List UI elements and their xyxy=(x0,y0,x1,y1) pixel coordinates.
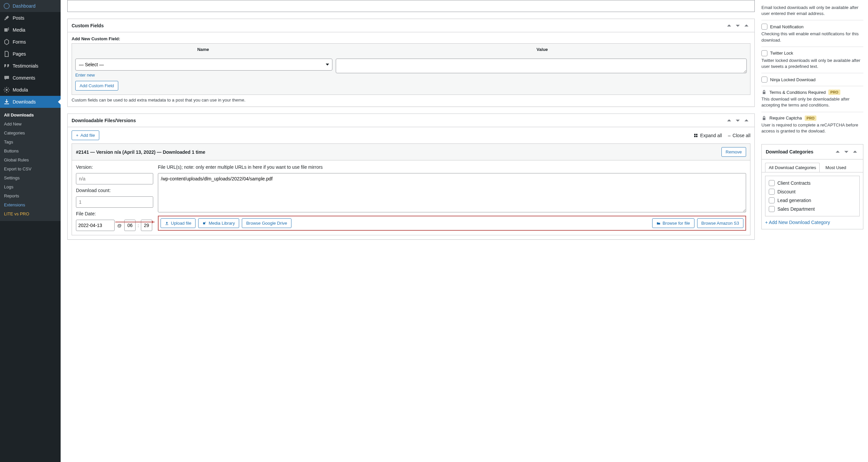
submenu-lite-vs-pro[interactable]: LITE vs PRO xyxy=(0,209,61,218)
close-all-link[interactable]: – Close all xyxy=(728,133,751,138)
terms-label: Terms & Conditions Required xyxy=(769,90,826,95)
sidebar-item-media[interactable]: Media xyxy=(0,24,61,36)
sidebar-item-pages[interactable]: Pages xyxy=(0,48,61,60)
submenu-all-downloads[interactable]: All Downloads xyxy=(0,110,61,120)
sidebar-label: Forms xyxy=(13,39,26,44)
upload-file-button[interactable]: Upload file xyxy=(160,218,195,228)
email-notification-checkbox[interactable] xyxy=(762,24,767,30)
email-notification-label: Email Notification xyxy=(770,24,803,29)
media-library-button[interactable]: Media Library xyxy=(198,218,239,228)
add-custom-field-button[interactable]: Add Custom Field xyxy=(75,81,118,91)
empty-field[interactable] xyxy=(67,0,755,12)
time-colon: : xyxy=(137,223,139,228)
pro-badge: PRO xyxy=(805,116,817,121)
custom-field-name-select[interactable]: — Select — xyxy=(75,59,333,71)
forms-icon xyxy=(3,39,10,45)
version-input[interactable] xyxy=(76,173,153,185)
file-card-heading: #2141 — Version n/a (April 13, 2022) — D… xyxy=(76,150,205,155)
sidebar-label: Comments xyxy=(13,75,35,80)
submenu-global-rules[interactable]: Global Rules xyxy=(0,156,61,164)
captcha-label: Require Captcha xyxy=(769,116,802,121)
quote-icon xyxy=(3,63,10,69)
file-url-input[interactable]: /wp-content/uploads/dlm_uploads/2022/04/… xyxy=(158,173,746,212)
ninja-lock-checkbox[interactable] xyxy=(762,76,767,82)
move-down-icon[interactable] xyxy=(734,22,742,30)
twitter-lock-checkbox[interactable] xyxy=(762,50,767,56)
toggle-panel-icon[interactable] xyxy=(742,117,750,125)
toggle-panel-icon[interactable] xyxy=(742,22,750,30)
category-checkbox[interactable] xyxy=(769,197,775,203)
submenu-export-csv[interactable]: Export to CSV xyxy=(0,164,61,173)
download-categories-panel: Download Categories All Download Categor… xyxy=(762,144,863,229)
file-url-label: File URL(s); note: only enter multiple U… xyxy=(158,164,746,170)
folder-icon xyxy=(656,221,660,225)
tab-most-used[interactable]: Most Used xyxy=(822,163,850,172)
sidebar-label: Downloads xyxy=(13,99,36,104)
category-checkbox[interactable] xyxy=(769,180,775,186)
move-up-icon[interactable] xyxy=(725,117,733,125)
ninja-lock-label: Ninja Locked Download xyxy=(770,77,816,82)
file-date-input[interactable] xyxy=(76,220,115,231)
minus-icon: – xyxy=(728,133,731,138)
media-library-label: Media Library xyxy=(209,221,235,226)
at-separator: @ xyxy=(117,223,122,228)
download-count-input[interactable] xyxy=(76,196,153,208)
custom-fields-panel: Custom Fields Add New Custom Field: Name… xyxy=(67,19,755,107)
sidebar-item-downloads[interactable]: Downloads xyxy=(0,96,61,108)
plus-icon: + xyxy=(76,133,79,138)
sidebar-label: Dashboard xyxy=(13,3,36,9)
custom-field-value-input[interactable] xyxy=(336,59,747,73)
submenu-buttons[interactable]: Buttons xyxy=(0,146,61,156)
submenu-reports[interactable]: Reports xyxy=(0,191,61,200)
sidebar-item-forms[interactable]: Forms xyxy=(0,36,61,48)
expand-all-link[interactable]: Expand all xyxy=(693,133,722,138)
category-label: Lead generation xyxy=(777,198,811,203)
file-source-buttons: Upload file Media Library Browse Google … xyxy=(158,216,746,231)
browse-s3-button[interactable]: Browse Amazon S3 xyxy=(697,218,743,228)
version-label: Version: xyxy=(76,164,153,170)
move-up-icon[interactable] xyxy=(834,148,842,156)
submenu-add-new[interactable]: Add New xyxy=(0,120,61,129)
add-new-category-link[interactable]: + Add New Download Category xyxy=(762,220,863,229)
submenu-settings[interactable]: Settings xyxy=(0,173,61,183)
expand-icon xyxy=(693,133,698,138)
sidebar-item-testimonials[interactable]: Testimonials xyxy=(0,60,61,72)
add-file-button[interactable]: + Add file xyxy=(72,130,99,140)
sidebar-item-modula[interactable]: Modula xyxy=(0,84,61,96)
category-label: Client Contracts xyxy=(777,180,811,186)
pin-icon xyxy=(3,14,10,21)
submenu-logs[interactable]: Logs xyxy=(0,183,61,191)
downloadable-files-panel: Downloadable Files/Versions + Add file E… xyxy=(67,113,755,240)
submenu-categories[interactable]: Categories xyxy=(0,129,61,137)
submenu-tags[interactable]: Tags xyxy=(0,137,61,146)
close-all-label: Close all xyxy=(733,133,750,138)
browse-gdrive-button[interactable]: Browse Google Drive xyxy=(242,218,291,228)
browse-for-file-button[interactable]: Browse for file xyxy=(652,218,694,228)
toggle-panel-icon[interactable] xyxy=(851,148,859,156)
remove-file-button[interactable]: Remove xyxy=(721,147,746,157)
sidebar-item-dashboard[interactable]: Dashboard xyxy=(0,0,61,12)
add-custom-field-label: Add New Custom Field: xyxy=(72,36,750,41)
category-checkbox[interactable] xyxy=(769,189,775,195)
move-down-icon[interactable] xyxy=(734,117,742,125)
enter-new-link[interactable]: Enter new xyxy=(75,72,333,77)
category-label: Discount xyxy=(777,189,796,194)
sidebar-item-posts[interactable]: Posts xyxy=(0,12,61,24)
move-down-icon[interactable] xyxy=(842,148,850,156)
category-label: Sales Department xyxy=(777,206,815,212)
pages-icon xyxy=(3,51,10,57)
download-count-label: Download count: xyxy=(76,188,153,193)
custom-fields-note: Custom fields can be used to add extra m… xyxy=(72,98,750,102)
sidebar-label: Media xyxy=(13,27,25,33)
upload-icon xyxy=(165,221,169,225)
file-version-card: #2141 — Version n/a (April 13, 2022) — D… xyxy=(72,143,750,235)
submenu-extensions[interactable]: Extensions xyxy=(0,200,61,209)
move-up-icon[interactable] xyxy=(725,22,733,30)
file-date-label: File Date: xyxy=(76,211,153,217)
categories-title: Download Categories xyxy=(766,149,813,155)
captcha-desc: User is required to complete a reCAPTCHA… xyxy=(762,122,863,134)
tab-all-categories[interactable]: All Download Categories xyxy=(765,163,820,172)
sidebar-item-comments[interactable]: Comments xyxy=(0,72,61,84)
category-checkbox[interactable] xyxy=(769,206,775,212)
panel-title: Downloadable Files/Versions xyxy=(72,118,136,123)
